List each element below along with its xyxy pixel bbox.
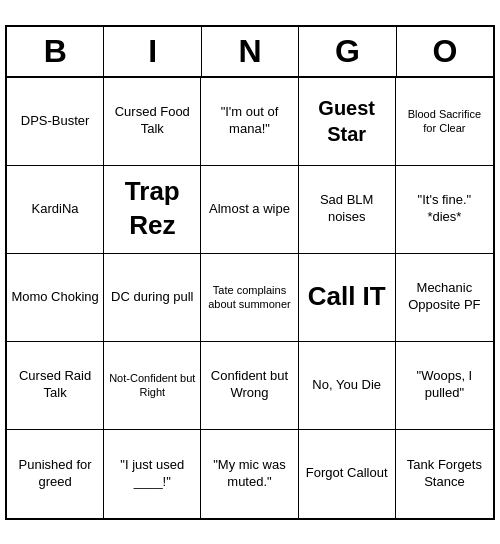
bingo-cell-19: "Woops, I pulled": [396, 342, 493, 430]
bingo-cell-17: Confident but Wrong: [201, 342, 298, 430]
bingo-cell-5: KardiNa: [7, 166, 104, 254]
bingo-cell-text-8: Sad BLM noises: [303, 192, 391, 226]
bingo-cell-0: DPS-Buster: [7, 78, 104, 166]
bingo-cell-text-19: "Woops, I pulled": [400, 368, 489, 402]
bingo-cell-text-13: Call IT: [308, 280, 386, 314]
bingo-cell-8: Sad BLM noises: [299, 166, 396, 254]
bingo-cell-3: Guest Star: [299, 78, 396, 166]
bingo-cell-22: "My mic was muted.": [201, 430, 298, 518]
bingo-cell-text-5: KardiNa: [32, 201, 79, 218]
bingo-cell-1: Cursed Food Talk: [104, 78, 201, 166]
header-letter-N: N: [202, 27, 299, 76]
bingo-cell-text-10: Momo Choking: [11, 289, 98, 306]
header-letter-B: B: [7, 27, 104, 76]
bingo-cell-text-23: Forgot Callout: [306, 465, 388, 482]
bingo-cell-text-18: No, You Die: [312, 377, 381, 394]
header-letter-O: O: [397, 27, 493, 76]
bingo-cell-text-12: Tate complains about summoner: [205, 283, 293, 312]
bingo-cell-12: Tate complains about summoner: [201, 254, 298, 342]
bingo-cell-text-22: "My mic was muted.": [205, 457, 293, 491]
bingo-cell-text-21: "I just used ____!": [108, 457, 196, 491]
bingo-cell-text-17: Confident but Wrong: [205, 368, 293, 402]
bingo-cell-9: "It's fine." *dies*: [396, 166, 493, 254]
bingo-card: BINGO DPS-BusterCursed Food Talk"I'm out…: [5, 25, 495, 520]
bingo-cell-text-7: Almost a wipe: [209, 201, 290, 218]
bingo-cell-text-3: Guest Star: [303, 95, 391, 147]
header-letter-G: G: [299, 27, 396, 76]
header-letter-I: I: [104, 27, 201, 76]
bingo-cell-21: "I just used ____!": [104, 430, 201, 518]
bingo-cell-16: Not-Confident but Right: [104, 342, 201, 430]
bingo-cell-20: Punished for greed: [7, 430, 104, 518]
bingo-cell-24: Tank Forgets Stance: [396, 430, 493, 518]
bingo-cell-text-0: DPS-Buster: [21, 113, 90, 130]
bingo-cell-14: Mechanic Opposite PF: [396, 254, 493, 342]
bingo-cell-text-16: Not-Confident but Right: [108, 371, 196, 400]
bingo-header: BINGO: [7, 27, 493, 78]
bingo-cell-2: "I'm out of mana!": [201, 78, 298, 166]
bingo-cell-text-1: Cursed Food Talk: [108, 104, 196, 138]
bingo-cell-text-2: "I'm out of mana!": [205, 104, 293, 138]
bingo-cell-6: Trap Rez: [104, 166, 201, 254]
bingo-cell-7: Almost a wipe: [201, 166, 298, 254]
bingo-cell-23: Forgot Callout: [299, 430, 396, 518]
bingo-cell-text-15: Cursed Raid Talk: [11, 368, 99, 402]
bingo-cell-text-9: "It's fine." *dies*: [400, 192, 489, 226]
bingo-cell-text-24: Tank Forgets Stance: [400, 457, 489, 491]
bingo-cell-text-20: Punished for greed: [11, 457, 99, 491]
bingo-cell-18: No, You Die: [299, 342, 396, 430]
bingo-cell-13: Call IT: [299, 254, 396, 342]
bingo-cell-15: Cursed Raid Talk: [7, 342, 104, 430]
bingo-cell-10: Momo Choking: [7, 254, 104, 342]
bingo-cell-text-14: Mechanic Opposite PF: [400, 280, 489, 314]
bingo-cell-text-4: Blood Sacrifice for Clear: [400, 107, 489, 136]
bingo-cell-text-11: DC during pull: [111, 289, 193, 306]
bingo-cell-11: DC during pull: [104, 254, 201, 342]
bingo-cell-text-6: Trap Rez: [108, 175, 196, 243]
bingo-grid: DPS-BusterCursed Food Talk"I'm out of ma…: [7, 78, 493, 518]
bingo-cell-4: Blood Sacrifice for Clear: [396, 78, 493, 166]
